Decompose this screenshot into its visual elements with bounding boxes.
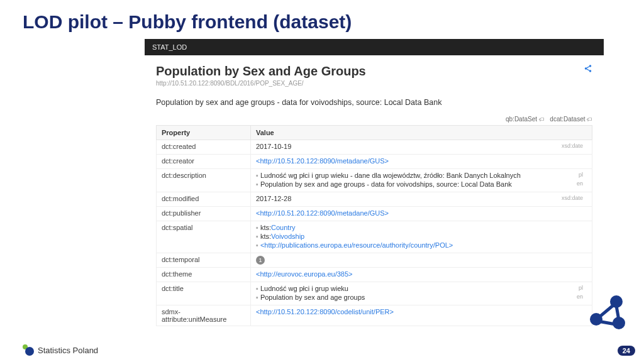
value-cell: <http://10.51.20.122:8090/metadane/GUS> — [251, 207, 592, 221]
property-cell: sdmx-attribute:unitMeasure — [157, 305, 251, 326]
table-row: dct:publisher<http://10.51.20.122:8090/m… — [157, 207, 592, 221]
rdf-link[interactable]: <http://10.51.20.122:8090/codelist/unit/… — [256, 308, 394, 315]
value-text: Population by sex and age groups - data … — [260, 180, 512, 188]
datatype-meta: en — [577, 293, 583, 300]
property-cell: dct:title — [157, 282, 251, 305]
rdf-link[interactable]: Voivodship — [271, 233, 304, 240]
app-brand-bar[interactable]: STAT_LOD — [145, 39, 604, 55]
rdf-link[interactable]: <http://eurovoc.europa.eu/385> — [256, 270, 353, 278]
value-cell: 2017-12-28xsd:date — [251, 192, 592, 207]
value-cell: <http://10.51.20.122:8090/codelist/unit/… — [251, 305, 592, 326]
svg-point-0 — [589, 65, 592, 67]
value-cell: ▪kts:Country▪kts:Voivodship▪<http://publ… — [251, 221, 592, 253]
dataset-types: qb:DataSet dcat:Dataset — [156, 116, 592, 123]
table-row: dct:theme<http://eurovoc.europa.eu/385> — [157, 268, 592, 282]
table-row: dct:description▪Ludność wg płci i grup w… — [157, 169, 592, 192]
pubby-app-frame: STAT_LOD Population by Sex and Age Group… — [145, 39, 604, 334]
datatype-meta: xsd:date — [562, 143, 583, 149]
rdf-link[interactable]: <http://10.51.20.122:8090/metadane/GUS> — [256, 157, 389, 165]
datatype-meta: pl — [579, 172, 583, 178]
datatype-meta: en — [577, 180, 583, 187]
dataset-uri[interactable]: http://10.51.20.122:8090/BDL/2016/POP_SE… — [156, 80, 366, 87]
table-row: dct:title▪Ludność wg płci i grup wiekupl… — [157, 282, 592, 305]
property-cell: dct:modified — [157, 192, 251, 207]
property-cell: dct:spatial — [157, 221, 251, 253]
value-text: Ludność wg płci i grup wieku — [260, 285, 348, 292]
value-cell: <http://eurovoc.europa.eu/385> — [251, 268, 592, 282]
rdf-link[interactable]: <http://publications.europa.eu/resource/… — [260, 241, 453, 249]
table-row: dct:creator<http://10.51.20.122:8090/met… — [157, 155, 592, 169]
value-text: Ludność wg płci i grup wieku - dane dla … — [260, 172, 521, 179]
dataset-title: Population by Sex and Age Groups — [156, 64, 366, 79]
col-property: Property — [157, 126, 251, 140]
page-number: 24 — [618, 346, 635, 356]
type-tag[interactable]: qb:DataSet — [506, 116, 545, 123]
table-row: dct:modified2017-12-28xsd:date — [157, 192, 592, 207]
value-cell: ▪Ludność wg płci i grup wiekupl▪Populati… — [251, 282, 592, 305]
property-cell: dct:description — [157, 169, 251, 192]
col-value: Value — [251, 126, 592, 140]
value-cell: <http://10.51.20.122:8090/metadane/GUS> — [251, 155, 592, 169]
value-cell: 2017-10-19xsd:date — [251, 140, 592, 155]
table-row: dct:temporal1 — [157, 253, 592, 268]
properties-table: Property Value dct:created2017-10-19xsd:… — [156, 125, 592, 326]
dataset-description: Population by sex and age groups - data … — [156, 98, 592, 107]
svg-point-1 — [585, 67, 587, 70]
table-row: sdmx-attribute:unitMeasure<http://10.51.… — [157, 305, 592, 326]
value-text: Population by sex and age groups — [260, 293, 365, 301]
rdf-link[interactable]: Country — [271, 224, 296, 231]
svg-point-2 — [589, 70, 592, 72]
property-cell: dct:created — [157, 140, 251, 155]
datatype-meta: xsd:date — [562, 195, 583, 201]
property-cell: dct:creator — [157, 155, 251, 169]
rdf-graph-icon — [587, 292, 626, 331]
slide-title: LOD pilot – Pubby frontend (dataset) — [23, 11, 352, 33]
logo-icon — [23, 344, 34, 356]
value-text: 2017-10-19 — [256, 143, 291, 150]
property-cell: dct:temporal — [157, 253, 251, 268]
app-body: Population by Sex and Age Groups http://… — [145, 55, 604, 326]
footer-org: Statistics Poland — [38, 346, 98, 355]
type-tag[interactable]: dcat:Dataset — [550, 116, 592, 123]
rdf-link[interactable]: <http://10.51.20.122:8090/metadane/GUS> — [256, 209, 389, 217]
table-row: dct:spatial▪kts:Country▪kts:Voivodship▪<… — [157, 221, 592, 253]
value-cell: ▪Ludność wg płci i grup wieku - dane dla… — [251, 169, 592, 192]
share-icon[interactable] — [584, 64, 592, 75]
footer-logo: Statistics Poland — [23, 344, 98, 356]
property-cell: dct:publisher — [157, 207, 251, 221]
slide: LOD pilot – Pubby frontend (dataset) STA… — [0, 0, 644, 362]
table-row: dct:created2017-10-19xsd:date — [157, 140, 592, 155]
value-cell: 1 — [251, 253, 592, 268]
value-text: 2017-12-28 — [256, 195, 291, 202]
count-badge[interactable]: 1 — [256, 256, 265, 265]
property-cell: dct:theme — [157, 268, 251, 282]
datatype-meta: pl — [579, 285, 583, 291]
